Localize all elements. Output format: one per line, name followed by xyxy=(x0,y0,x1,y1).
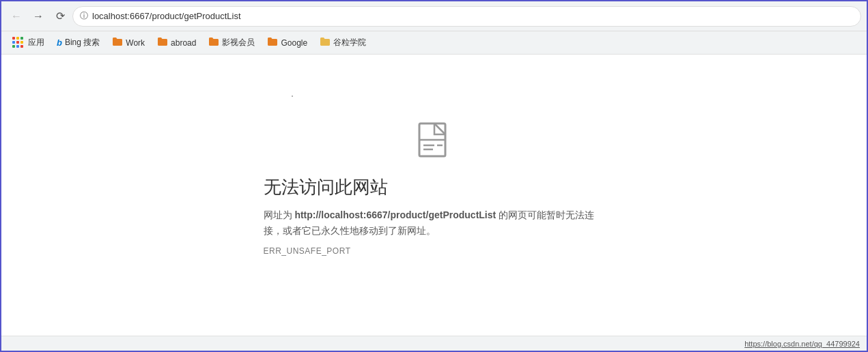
error-desc-prefix: 网址为 xyxy=(264,209,295,220)
forward-button[interactable]: → xyxy=(29,7,48,26)
error-container: 无法访问此网站 网址为 http://localhost:6667/produc… xyxy=(264,121,605,256)
url-text: localhost:6667/product/getProductList xyxy=(92,11,241,21)
google-bookmark[interactable]: Google xyxy=(262,34,313,51)
error-title: 无法访问此网站 xyxy=(264,175,388,199)
apps-icon xyxy=(12,37,24,48)
browser-window: ← → ⟳ ⓘ localhost:6667/product/getProduc… xyxy=(0,0,868,352)
nav-bar: ← → ⟳ ⓘ localhost:6667/product/getProduc… xyxy=(1,1,867,31)
bing-label: Bing 搜索 xyxy=(65,37,100,48)
lock-icon: ⓘ xyxy=(80,10,88,22)
abroad-bookmark[interactable]: abroad xyxy=(152,34,201,51)
bing-bookmark[interactable]: b Bing 搜索 xyxy=(51,34,105,51)
main-content: 无法访问此网站 网址为 http://localhost:6667/produc… xyxy=(1,55,867,336)
video-bookmark[interactable]: 影视会员 xyxy=(203,34,260,51)
work-label: Work xyxy=(126,38,145,48)
error-description: 网址为 http://localhost:6667/product/getPro… xyxy=(264,207,605,238)
guli-bookmark[interactable]: 谷粒学院 xyxy=(314,34,372,51)
apps-bookmark[interactable]: 应用 xyxy=(7,34,50,51)
guli-folder-icon xyxy=(320,37,331,48)
video-label: 影视会员 xyxy=(222,37,255,48)
video-folder-icon xyxy=(208,37,219,48)
apps-label: 应用 xyxy=(28,37,44,48)
guli-label: 谷粒学院 xyxy=(333,37,366,48)
back-button[interactable]: ← xyxy=(7,7,26,26)
error-icon-wrapper xyxy=(264,121,605,162)
status-bar: https://blog.csdn.net/qq_44799924 xyxy=(1,336,867,351)
broken-page-icon xyxy=(414,121,455,162)
work-bookmark[interactable]: Work xyxy=(107,34,150,51)
abroad-folder-icon xyxy=(157,37,168,48)
error-url-bold: http://localhost:6667/product/getProduct… xyxy=(294,209,496,220)
error-code: ERR_UNSAFE_PORT xyxy=(264,246,351,256)
reload-button[interactable]: ⟳ xyxy=(51,7,70,26)
address-bar[interactable]: ⓘ localhost:6667/product/getProductList xyxy=(72,6,861,27)
bing-logo-icon: b xyxy=(57,38,62,48)
folder-icon xyxy=(112,37,123,48)
google-folder-icon xyxy=(267,37,278,48)
google-label: Google xyxy=(281,38,307,48)
decorative-dot xyxy=(292,96,293,97)
abroad-label: abroad xyxy=(171,38,196,48)
status-link[interactable]: https://blog.csdn.net/qq_44799924 xyxy=(744,340,860,348)
bookmarks-bar: 应用 b Bing 搜索 Work abroad xyxy=(1,31,867,55)
